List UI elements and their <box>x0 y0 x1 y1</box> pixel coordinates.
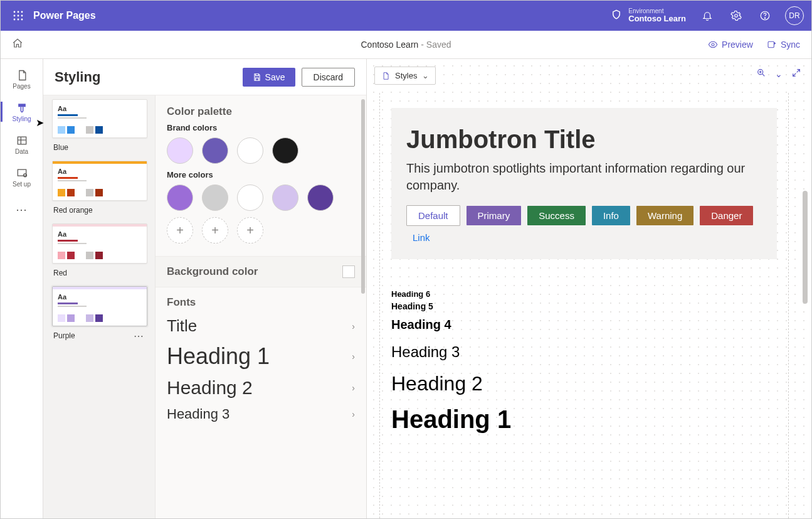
heading-3: Heading 3 <box>391 343 777 361</box>
rail-item-styling[interactable]: Styling <box>1 95 43 128</box>
svg-point-7 <box>18 19 19 21</box>
theme-name: Blue <box>53 143 147 152</box>
expand-icon[interactable] <box>791 68 801 80</box>
svg-point-5 <box>21 15 23 17</box>
color-swatch[interactable] <box>272 137 298 164</box>
preview-button[interactable]: Preview <box>708 40 753 50</box>
theme-card-purple[interactable]: Aa <box>52 286 147 326</box>
avatar-initials: DR <box>789 11 799 20</box>
scrollbar[interactable] <box>361 99 365 294</box>
discard-button[interactable]: Discard <box>302 68 355 87</box>
font-row-title[interactable]: Title› <box>156 313 366 340</box>
button-info[interactable]: Info <box>592 206 630 225</box>
chevron-down-icon: ⌄ <box>422 71 429 80</box>
heading-2: Heading 2 <box>391 372 777 395</box>
button-primary[interactable]: Primary <box>467 206 522 225</box>
color-swatch[interactable] <box>237 185 263 211</box>
theme-name: Red orange <box>53 206 147 215</box>
font-row-heading-1[interactable]: Heading 1› <box>156 340 366 373</box>
sync-button[interactable]: Sync <box>767 40 800 50</box>
color-swatch[interactable] <box>202 185 228 211</box>
color-swatch[interactable] <box>237 137 263 164</box>
user-avatar[interactable]: DR <box>785 6 804 25</box>
heading-4: Heading 4 <box>391 318 777 332</box>
settings-icon[interactable] <box>727 7 745 24</box>
styles-dropdown[interactable]: Styles ⌄ <box>374 67 436 85</box>
svg-point-9 <box>735 14 738 18</box>
styling-title: Styling <box>55 69 100 85</box>
doc-name: Contoso Learn <box>361 40 419 50</box>
preview-canvas: Styles ⌄ ⌄ Jumbotron Title This jumbotro… <box>367 59 811 518</box>
brand-colors-label: Brand colors <box>167 123 355 132</box>
color-swatch[interactable] <box>202 137 228 164</box>
button-success[interactable]: Success <box>527 206 586 225</box>
theme-more-icon[interactable]: ⋯ <box>134 330 145 342</box>
svg-rect-14 <box>18 137 26 144</box>
svg-rect-15 <box>18 169 26 176</box>
environment-picker[interactable]: Environment Contoso Learn <box>611 8 686 23</box>
zoom-icon[interactable] <box>756 68 766 80</box>
chevron-right-icon: › <box>352 409 355 419</box>
add-color-button[interactable]: + <box>202 217 228 243</box>
preview-scrollbar[interactable] <box>803 191 808 304</box>
more-colors-row <box>167 185 355 211</box>
chevron-down-icon[interactable]: ⌄ <box>775 69 783 79</box>
svg-point-0 <box>14 11 16 13</box>
background-color-row[interactable]: Background color <box>156 256 366 287</box>
color-swatch[interactable] <box>167 185 193 211</box>
chevron-right-icon: › <box>352 351 355 361</box>
add-color-button[interactable]: + <box>237 217 263 243</box>
rail-item-pages[interactable]: Pages <box>1 63 43 95</box>
background-color-swatch[interactable] <box>342 265 355 278</box>
theme-card-red-orange[interactable]: Aa <box>52 161 147 201</box>
rail-item-setup[interactable]: Set up <box>1 161 43 193</box>
svg-point-1 <box>18 11 19 13</box>
home-icon[interactable] <box>12 38 23 51</box>
app-launcher-icon[interactable] <box>8 6 28 26</box>
svg-rect-13 <box>768 41 774 47</box>
add-color-button[interactable]: + <box>167 217 193 243</box>
sub-header: Contoso Learn - Saved Preview Sync <box>1 31 811 59</box>
help-icon[interactable] <box>756 7 774 24</box>
color-swatch[interactable] <box>167 137 193 164</box>
font-row-heading-3[interactable]: Heading 3› <box>156 402 366 426</box>
jumbotron-title: Jumbotron Title <box>406 126 762 154</box>
color-swatch[interactable] <box>272 185 298 211</box>
button-link[interactable]: Link <box>406 230 762 245</box>
heading-1: Heading 1 <box>391 405 777 434</box>
properties-panel: Color palette Brand colors More colors +… <box>155 95 366 518</box>
theme-card-blue[interactable]: Aa <box>52 99 147 138</box>
left-nav-rail: Pages Styling Data Set up ⋯ <box>1 59 43 518</box>
save-button[interactable]: Save <box>243 68 295 87</box>
environment-label: Environment <box>628 8 686 14</box>
svg-point-6 <box>14 19 16 21</box>
color-swatch[interactable] <box>307 185 334 211</box>
button-warning[interactable]: Warning <box>636 206 693 225</box>
font-row-heading-2[interactable]: Heading 2› <box>156 373 366 402</box>
color-palette-title: Color palette <box>167 105 355 118</box>
svg-point-4 <box>18 15 19 17</box>
app-header: Power Pages Environment Contoso Learn DR <box>1 1 811 31</box>
themes-list[interactable]: Aa BlueAa Red orangeAa RedAa Purple⋯ <box>43 95 155 518</box>
rail-item-data[interactable]: Data <box>1 128 43 161</box>
button-default[interactable]: Default <box>406 205 460 226</box>
chevron-right-icon: › <box>352 383 355 393</box>
headings-preview: Heading 6 Heading 5 Heading 4 Heading 3 … <box>391 289 777 434</box>
svg-point-8 <box>21 19 23 21</box>
environment-name: Contoso Learn <box>628 14 686 23</box>
environment-icon <box>611 9 622 23</box>
jumbotron-text: This jumbotron spotlights important info… <box>406 160 762 194</box>
svg-point-12 <box>712 43 714 46</box>
rail-more-icon[interactable]: ⋯ <box>1 197 43 222</box>
theme-card-red[interactable]: Aa <box>52 223 147 264</box>
heading-5: Heading 5 <box>391 301 777 311</box>
button-danger[interactable]: Danger <box>700 206 753 225</box>
svg-point-11 <box>764 18 765 18</box>
chevron-right-icon: › <box>352 321 355 331</box>
add-colors-row: + + + <box>167 217 355 243</box>
doc-status: - Saved <box>418 40 451 50</box>
svg-point-2 <box>21 11 23 13</box>
theme-name: Red <box>53 269 147 277</box>
notifications-icon[interactable] <box>699 7 716 24</box>
preview-content: Jumbotron Title This jumbotron spotlight… <box>379 93 789 518</box>
